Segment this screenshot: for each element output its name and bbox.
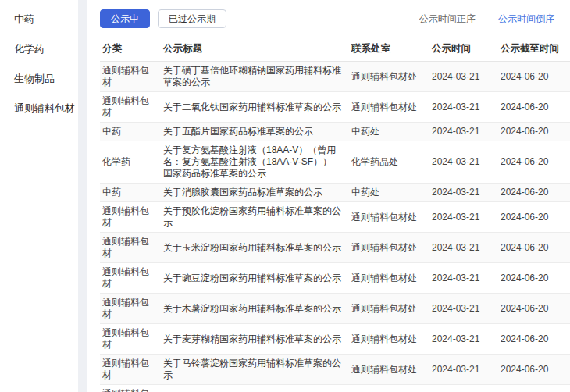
toolbar: 公示中 已过公示期 公示时间正序 公示时间倒序 [100, 9, 554, 28]
row-publish-date: 2024-03-21 [429, 202, 498, 233]
table-row: 通则辅料包材 关于磺丁基倍他环糊精钠国家药用辅料标准草案的公示 通则辅料包材处 … [100, 62, 570, 92]
sidebar-category-item[interactable]: 中药 [0, 5, 78, 34]
sidebar-content-divider [78, 0, 87, 392]
row-department: 通则辅料包材处 [349, 294, 429, 324]
row-publish-date: 2024-03-21 [429, 141, 498, 184]
row-title-cell: 关于豌豆淀粉国家药用辅料标准草案的公示 [161, 263, 349, 294]
row-title-cell: 关于五酯片国家药品标准草案的公示 [161, 123, 349, 141]
table-row: 通则辅料包材 关于玉米淀粉国家药用辅料标准草案的公示 通则辅料包材处 2024-… [100, 233, 570, 263]
row-title-cell: 关于二氧化钛国家药用辅料标准草案的公示 [161, 92, 349, 123]
row-category: 通则辅料包材 [100, 263, 161, 294]
table-row: 中药 关于消腺胶囊国家药品标准草案的公示 中药处 2024-03-21 2024… [100, 184, 570, 202]
row-department: 通则辅料包材处 [349, 92, 429, 123]
row-title-link[interactable]: 关于消腺胶囊国家药品标准草案的公示 [163, 187, 322, 198]
row-category: 通则辅料包材 [100, 294, 161, 324]
row-category: 通则辅料包材 [100, 324, 161, 355]
row-category: 中药 [100, 123, 161, 141]
row-title-link[interactable]: 关于木薯淀粉国家药用辅料标准草案的公示 [163, 303, 341, 314]
row-title-link[interactable]: 关于五酯片国家药品标准草案的公示 [163, 126, 313, 137]
row-title-cell: 关于消腺胶囊国家药品标准草案的公示 [161, 184, 349, 202]
sort-controls: 公示时间正序 公示时间倒序 [399, 12, 554, 26]
table-row: 通则辅料包材 关于豌豆淀粉国家药用辅料标准草案的公示 通则辅料包材处 2024-… [100, 263, 570, 294]
col-header-publish-date: 公示时间 [429, 37, 498, 62]
row-title-cell: 关于马铃薯淀粉国家药用辅料标准草案的公示 [161, 355, 349, 385]
row-deadline-date: 2024-06-20 [498, 202, 570, 233]
row-category: 化学药 [100, 141, 161, 184]
row-department: 通则辅料包材处 [349, 385, 429, 392]
main-content: 公示中 已过公示期 公示时间正序 公示时间倒序 分类 公示标题 联系处室 公示时… [87, 0, 570, 392]
row-category: 通则辅料包材 [100, 233, 161, 263]
sidebar-category-item[interactable]: 生物制品 [0, 64, 78, 94]
row-publish-date: 2024-03-21 [429, 294, 498, 324]
row-title-link[interactable]: 关于马铃薯淀粉国家药用辅料标准草案的公示 [163, 358, 341, 380]
row-title-cell: 关于麦芽糊精国家药用辅料标准草案的公示 [161, 324, 349, 355]
sidebar-category-item[interactable]: 通则辅料包材 [0, 94, 78, 123]
sidebar-category-item[interactable]: 化学药 [0, 34, 78, 64]
row-department: 中药处 [349, 123, 429, 141]
row-department: 通则辅料包材处 [349, 263, 429, 294]
row-title-link[interactable]: 关于玉米淀粉国家药用辅料标准草案的公示 [163, 242, 341, 253]
row-category: 通则辅料包材 [100, 202, 161, 233]
row-title-cell: 关于预胶化淀粉国家药用辅料标准草案的公示 [161, 202, 349, 233]
row-title-link[interactable]: 关于二氧化钛国家药用辅料标准草案的公示 [163, 102, 341, 112]
status-filter-tabs: 公示中 已过公示期 [100, 9, 234, 28]
sort-time-ascending[interactable]: 公示时间正序 [419, 13, 476, 24]
row-department: 通则辅料包材处 [349, 202, 429, 233]
col-header-deadline-date: 公示截至时间 [498, 37, 570, 62]
table-row: 化学药 关于复方氨基酸注射液（18AA-V）（曾用名：复方氨基酸注射液（18AA… [100, 141, 570, 184]
row-deadline-date: 2024-06-20 [498, 324, 570, 355]
row-title-link[interactable]: 关于预胶化淀粉国家药用辅料标准草案的公示 [163, 205, 341, 228]
row-category: 中药 [100, 184, 161, 202]
row-category: 通则辅料包材 [100, 92, 161, 123]
table-row: 通则辅料包材 关于麦芽糊精国家药用辅料标准草案的公示 通则辅料包材处 2024-… [100, 324, 570, 355]
row-department: 通则辅料包材处 [349, 62, 429, 92]
row-title-cell: 关于木薯淀粉国家药用辅料标准草案的公示 [161, 294, 349, 324]
page: 中药 化学药 生物制品 通则辅料包材 公示中 已过公示期 公示时间正序 公示时间… [0, 0, 570, 392]
row-title-link[interactable]: 关于豌豆淀粉国家药用辅料标准草案的公示 [163, 273, 341, 283]
table-header: 分类 公示标题 联系处室 公示时间 公示截至时间 状态 [100, 37, 570, 62]
row-publish-date: 2024-03-21 [429, 184, 498, 202]
table-row: 通则辅料包材 关于二氧化钛国家药用辅料标准草案的公示 通则辅料包材处 2024-… [100, 92, 570, 123]
row-title-cell: 关于复方氨基酸注射液（18AA-V）（曾用名：复方氨基酸注射液（18AA-V-S… [161, 141, 349, 184]
row-publish-date: 2024-03-21 [429, 123, 498, 141]
row-deadline-date: 2024-06-20 [498, 263, 570, 294]
row-deadline-date: 2024-06-20 [498, 141, 570, 184]
row-department: 化学药品处 [349, 141, 429, 184]
row-publish-date: 2024-03-21 [429, 263, 498, 294]
publicity-table: 分类 公示标题 联系处室 公示时间 公示截至时间 状态 通则辅料包材 关于磺丁基… [100, 37, 570, 392]
col-header-category: 分类 [100, 37, 161, 62]
tab-in-publicity[interactable]: 公示中 [100, 9, 150, 28]
row-deadline-date: 2024-06-20 [498, 294, 570, 324]
row-publish-date: 2024-03-21 [429, 92, 498, 123]
row-department: 通则辅料包材处 [349, 355, 429, 385]
row-department: 通则辅料包材处 [349, 233, 429, 263]
table-row: 通则辅料包材 关于预胶化淀粉国家药用辅料标准草案的公示 通则辅料包材处 2024… [100, 202, 570, 233]
row-deadline-date: 2024-06-20 [498, 62, 570, 92]
row-title-link[interactable]: 关于复方氨基酸注射液（18AA-V）（曾用名：复方氨基酸注射液（18AA-V-S… [163, 144, 336, 179]
col-header-title: 公示标题 [161, 37, 349, 62]
tab-expired-publicity[interactable]: 已过公示期 [158, 9, 226, 28]
row-title-link[interactable]: 关于磺丁基倍他环糊精钠国家药用辅料标准草案的公示 [163, 65, 341, 87]
row-title-cell: 关于小麦淀粉国家药用辅料标准草案的公示 [161, 385, 349, 392]
row-title-link[interactable]: 关于麦芽糊精国家药用辅料标准草案的公示 [163, 333, 341, 344]
sort-time-descending[interactable]: 公示时间倒序 [498, 13, 554, 24]
row-deadline-date: 2024-06-20 [498, 233, 570, 263]
table-row: 通则辅料包材 关于小麦淀粉国家药用辅料标准草案的公示 通则辅料包材处 2024-… [100, 385, 570, 392]
row-title-cell: 关于玉米淀粉国家药用辅料标准草案的公示 [161, 233, 349, 263]
table-row: 中药 关于五酯片国家药品标准草案的公示 中药处 2024-03-21 2024-… [100, 123, 570, 141]
row-department: 中药处 [349, 184, 429, 202]
row-deadline-date: 2024-06-20 [498, 385, 570, 392]
row-deadline-date: 2024-06-20 [498, 355, 570, 385]
row-deadline-date: 2024-06-20 [498, 123, 570, 141]
row-department: 通则辅料包材处 [349, 324, 429, 355]
row-title-cell: 关于磺丁基倍他环糊精钠国家药用辅料标准草案的公示 [161, 62, 349, 92]
row-category: 通则辅料包材 [100, 385, 161, 392]
row-publish-date: 2024-03-21 [429, 324, 498, 355]
row-publish-date: 2024-03-21 [429, 385, 498, 392]
row-publish-date: 2024-03-21 [429, 355, 498, 385]
table-body: 通则辅料包材 关于磺丁基倍他环糊精钠国家药用辅料标准草案的公示 通则辅料包材处 … [100, 62, 570, 392]
row-publish-date: 2024-03-21 [429, 62, 498, 92]
row-category: 通则辅料包材 [100, 62, 161, 92]
row-publish-date: 2024-03-21 [429, 233, 498, 263]
table-row: 通则辅料包材 关于木薯淀粉国家药用辅料标准草案的公示 通则辅料包材处 2024-… [100, 294, 570, 324]
